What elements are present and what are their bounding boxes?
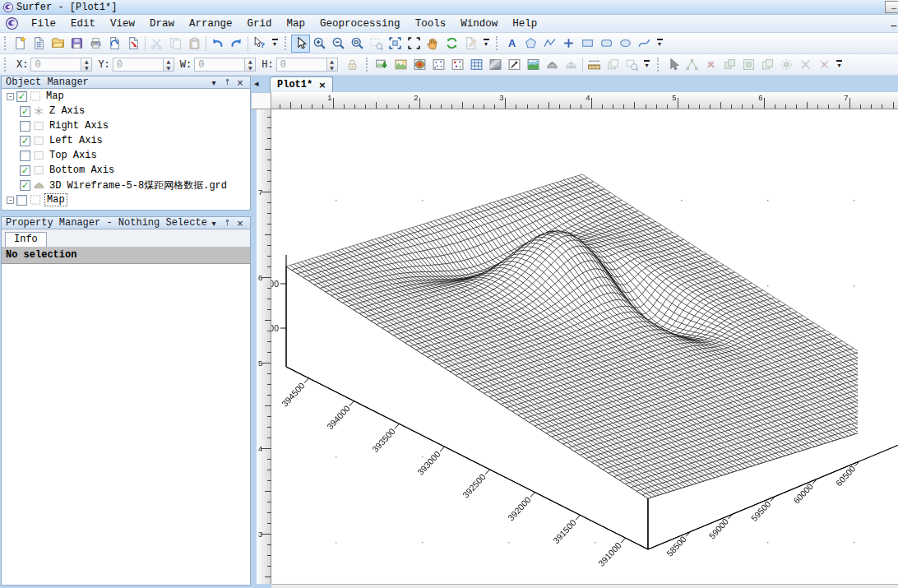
- tree-item-bottom-axis[interactable]: ✓Bottom Axis: [2, 163, 250, 178]
- width-field-spinner[interactable]: ▲▼: [245, 58, 256, 72]
- tree-item-wireframe-layer[interactable]: ✓3D Wireframe-5-8煤距网格数据.grd: [2, 178, 250, 192]
- snap-button[interactable]: [815, 56, 834, 74]
- tree-item-right-axis[interactable]: Right Axis: [2, 118, 250, 133]
- zoom-rectangle-button[interactable]: [348, 35, 367, 53]
- wireframe-3d-button[interactable]: [543, 56, 562, 74]
- width-field-input[interactable]: [194, 58, 245, 72]
- menu-view[interactable]: View: [103, 16, 142, 31]
- plot-canvas[interactable]: [271, 109, 898, 584]
- copy-button[interactable]: [166, 35, 185, 53]
- paste-button[interactable]: [185, 35, 204, 53]
- polyline-tool-button[interactable]: [540, 35, 559, 53]
- import-button[interactable]: [105, 35, 124, 53]
- height-field-spinner[interactable]: ▲▼: [327, 58, 338, 72]
- layers-button[interactable]: [604, 56, 623, 74]
- rounded-rectangle-tool-button[interactable]: [597, 35, 616, 53]
- magnifier-button[interactable]: [623, 56, 641, 74]
- zoom-selected-button[interactable]: [367, 35, 386, 53]
- tree-item-map-1[interactable]: -✓Map: [2, 89, 250, 104]
- zoom-full-screen-button[interactable]: [405, 35, 424, 53]
- property-manager-menu-button[interactable]: ▾: [208, 219, 220, 228]
- zoom-in-button[interactable]: [310, 35, 329, 53]
- menu-help[interactable]: Help: [505, 16, 544, 31]
- break-apart-button[interactable]: [796, 56, 815, 74]
- expander-icon[interactable]: -: [7, 197, 14, 204]
- contour-map-button[interactable]: [410, 56, 429, 74]
- height-field-input[interactable]: [276, 58, 327, 72]
- zoom-page-button[interactable]: [386, 35, 405, 53]
- menu-geoprocessing[interactable]: Geoprocessing: [312, 16, 408, 31]
- base-map-button[interactable]: [373, 56, 391, 74]
- menu-grid[interactable]: Grid: [240, 16, 280, 31]
- property-manager-close-button[interactable]: ×: [234, 219, 246, 228]
- expander-icon[interactable]: -: [7, 93, 14, 100]
- new-worksheet-button[interactable]: [30, 35, 49, 53]
- pan-button[interactable]: [424, 35, 442, 53]
- minimize-button[interactable]: _: [885, 1, 898, 13]
- menu-tools[interactable]: Tools: [408, 16, 454, 31]
- shaded-relief-button[interactable]: [486, 56, 505, 74]
- draw-toolbar-options-button[interactable]: ▾: [655, 39, 664, 48]
- symbol-tool-button[interactable]: [559, 35, 578, 53]
- classed-post-map-button[interactable]: [448, 56, 467, 74]
- menu-edit[interactable]: Edit: [63, 16, 103, 31]
- tab-plot1[interactable]: Plot1* ×: [270, 76, 333, 92]
- object-manager-close-button[interactable]: ×: [234, 78, 246, 87]
- tab-scroll-left-icon[interactable]: ◂: [254, 78, 259, 89]
- tab-info[interactable]: Info: [5, 232, 47, 247]
- tab-close-icon[interactable]: ×: [318, 80, 326, 90]
- open-button[interactable]: [49, 35, 67, 53]
- menu-window[interactable]: Window: [453, 16, 505, 31]
- polygon-difference-button[interactable]: [758, 56, 777, 74]
- pin-icon[interactable]: [221, 77, 233, 88]
- redraw-button[interactable]: [442, 35, 461, 53]
- rectangle-tool-button[interactable]: [578, 35, 597, 53]
- surface-3d-button[interactable]: [524, 56, 543, 74]
- insert-node-button[interactable]: [683, 56, 701, 74]
- tree-item-map-2-checkbox[interactable]: [16, 195, 27, 206]
- save-button[interactable]: [67, 35, 86, 53]
- edit-button[interactable]: [461, 35, 480, 53]
- node-edit-toolbar-options-button[interactable]: ▾: [835, 60, 845, 69]
- tree-item-right-axis-checkbox[interactable]: [20, 121, 30, 132]
- child-minimize-button[interactable]: —: [891, 21, 896, 30]
- redo-button[interactable]: [227, 35, 246, 53]
- text-tool-button[interactable]: [502, 35, 521, 53]
- menu-draw[interactable]: Draw: [142, 16, 182, 31]
- tree-item-z-axis[interactable]: ✓Z Axis: [2, 104, 250, 118]
- select-tool-button[interactable]: [291, 35, 310, 53]
- tree-item-z-axis-checkbox[interactable]: ✓: [20, 106, 30, 117]
- spline-tool-button[interactable]: [635, 35, 654, 53]
- export-button[interactable]: [124, 35, 143, 53]
- new-plot-button[interactable]: [11, 35, 30, 53]
- map-toolbar-options-button[interactable]: ▾: [642, 60, 652, 69]
- menu-map[interactable]: Map: [280, 16, 313, 31]
- print-button[interactable]: [86, 35, 105, 53]
- vector-map-button[interactable]: [505, 56, 524, 74]
- zoom-out-button[interactable]: [329, 35, 348, 53]
- buffer-button[interactable]: [777, 56, 796, 74]
- tree-item-wireframe-layer-checkbox[interactable]: ✓: [20, 180, 30, 191]
- y-position-field-input[interactable]: [113, 58, 164, 72]
- x-position-field-input[interactable]: [30, 58, 81, 72]
- horizontal-scrollbar[interactable]: [271, 584, 898, 588]
- delete-node-button[interactable]: [701, 56, 720, 74]
- undo-button[interactable]: [208, 35, 227, 53]
- standard-toolbar-options-button[interactable]: ▾: [270, 39, 280, 48]
- object-manager-menu-button[interactable]: ▾: [208, 78, 220, 87]
- whats-this-button[interactable]: [250, 35, 269, 53]
- reshape-button[interactable]: [664, 56, 683, 74]
- post-map-button[interactable]: [429, 56, 448, 74]
- lock-aspect-button[interactable]: [343, 56, 362, 74]
- pin-icon[interactable]: [221, 218, 233, 229]
- tree-item-left-axis[interactable]: ✓Left Axis: [2, 133, 250, 148]
- menu-file[interactable]: File: [24, 16, 63, 31]
- tree-item-top-axis-checkbox[interactable]: [20, 150, 30, 161]
- grid-values-button[interactable]: [467, 56, 486, 74]
- ellipse-tool-button[interactable]: [616, 35, 635, 53]
- image-map-button[interactable]: [391, 56, 410, 74]
- watershed-button[interactable]: [562, 56, 581, 74]
- y-position-field-spinner[interactable]: ▲▼: [164, 58, 174, 72]
- tree-item-top-axis[interactable]: Top Axis: [2, 148, 250, 163]
- tree-item-map-2[interactable]: -Map: [2, 192, 250, 207]
